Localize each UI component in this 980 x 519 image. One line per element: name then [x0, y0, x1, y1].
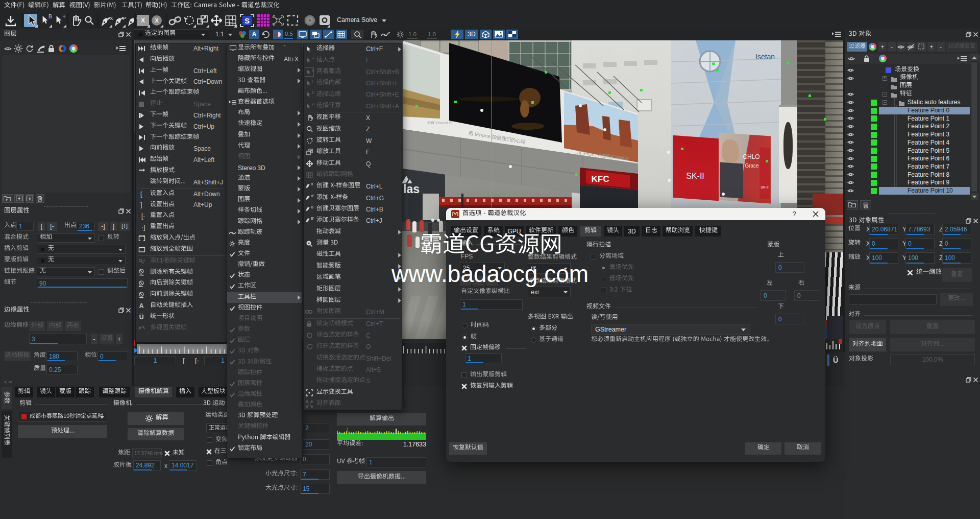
svg-text:ALL: ALL	[139, 273, 144, 276]
svg-text:S: S	[244, 16, 250, 25]
svg-text:X: X	[155, 17, 159, 23]
